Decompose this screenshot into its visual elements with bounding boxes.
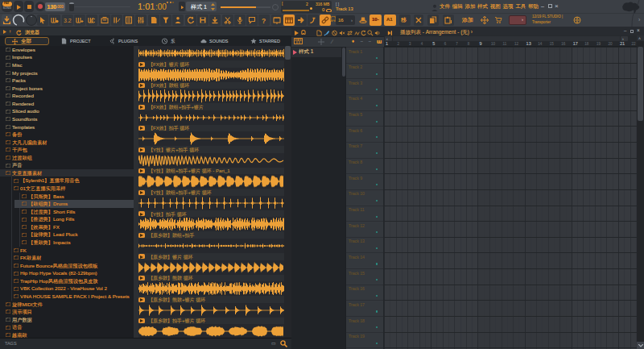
svg-text:?: ? [262, 17, 266, 25]
svg-text:3.2: 3.2 [64, 18, 72, 23]
